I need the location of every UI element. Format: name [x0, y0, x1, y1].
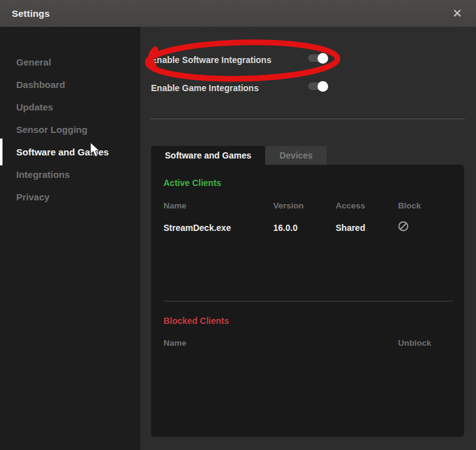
window-title: Settings — [12, 8, 50, 19]
settings-main: Enable Software Integrations Enable Game… — [140, 27, 476, 450]
sidebar-item-updates[interactable]: Updates — [0, 96, 140, 119]
client-name: StreamDeck.exe — [163, 223, 231, 233]
software-integrations-toggle[interactable] — [308, 54, 327, 62]
titlebar: Settings ✕ — [0, 0, 476, 27]
column-header-name: Name — [163, 201, 187, 210]
column-header-access: Access — [336, 201, 365, 210]
sidebar-item-privacy[interactable]: Privacy — [0, 186, 140, 208]
sidebar-item-software-and-games[interactable]: Software and Games — [0, 141, 140, 164]
tab-software-and-games[interactable]: Software and Games — [151, 146, 265, 165]
column-header-block: Block — [398, 201, 421, 210]
clients-panel: Active Clients Name Version Access Block… — [151, 165, 464, 437]
settings-sidebar: General Dashboard Updates Sensor Logging… — [0, 27, 140, 450]
sidebar-item-integrations[interactable]: Integrations — [0, 164, 140, 186]
panel-divider — [163, 301, 453, 301]
column-header-unblock: Unblock — [398, 338, 431, 348]
column-header-version: Version — [273, 201, 304, 210]
clients-tabbar: Software and Games Devices — [151, 146, 327, 165]
software-integrations-row: Enable Software Integrations — [151, 54, 465, 67]
game-integrations-row: Enable Game Integrations — [151, 82, 465, 95]
software-integrations-label: Enable Software Integrations — [151, 55, 271, 65]
sidebar-item-dashboard[interactable]: Dashboard — [0, 74, 140, 96]
section-divider — [151, 119, 465, 119]
tab-devices[interactable]: Devices — [265, 146, 327, 165]
close-icon[interactable]: ✕ — [449, 0, 466, 27]
client-version: 16.0.0 — [273, 223, 298, 233]
client-access: Shared — [336, 223, 365, 233]
sidebar-item-general[interactable]: General — [0, 51, 140, 74]
active-clients-title: Active Clients — [163, 178, 221, 188]
blocked-clients-title: Blocked Clients — [163, 316, 229, 326]
column-header-name: Name — [163, 338, 187, 348]
toggle-knob — [318, 81, 328, 92]
selected-item-indicator — [0, 139, 2, 165]
sidebar-item-sensor-logging[interactable]: Sensor Logging — [0, 119, 140, 141]
game-integrations-toggle[interactable] — [308, 82, 327, 90]
game-integrations-label: Enable Game Integrations — [151, 83, 259, 93]
block-icon[interactable] — [398, 221, 409, 232]
toggle-knob — [318, 53, 328, 64]
